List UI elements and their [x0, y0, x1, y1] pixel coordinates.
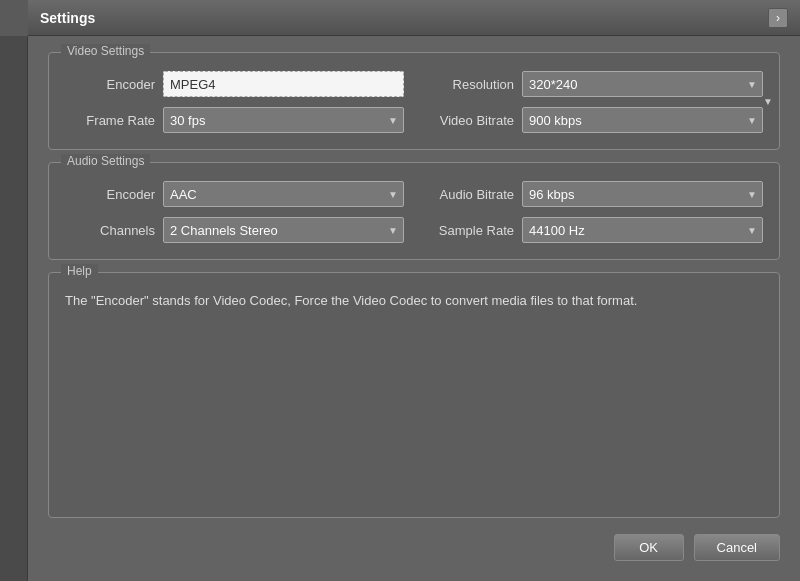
video-bitrate-select[interactable]: 500 kbps 700 kbps 900 kbps 1500 kbps	[522, 107, 763, 133]
title-bar: Settings ›	[28, 0, 800, 36]
frame-rate-select[interactable]: 15 fps 24 fps 30 fps 60 fps	[163, 107, 404, 133]
audio-settings-section: Audio Settings Encoder AAC MP3 OGG ▼ Aud…	[48, 162, 780, 260]
dialog-title: Settings	[40, 10, 95, 26]
dialog-body: Video Settings Encoder ▼ Resolution 320*…	[28, 36, 800, 581]
left-sidebar	[0, 36, 28, 581]
audio-settings-legend: Audio Settings	[61, 154, 150, 168]
encoder-dropdown-arrow: ▼	[763, 96, 773, 107]
resolution-select-wrapper: 320*240 640*480 1280*720 1920*1080 ▼	[522, 71, 763, 97]
audio-encoder-select[interactable]: AAC MP3 OGG	[163, 181, 404, 207]
resolution-label: Resolution	[424, 77, 514, 92]
channels-row: Channels 1 Channel Mono 2 Channels Stere…	[65, 217, 404, 243]
audio-encoder-select-wrapper: AAC MP3 OGG ▼	[163, 181, 404, 207]
button-row: OK Cancel	[48, 534, 780, 565]
audio-encoder-label: Encoder	[65, 187, 155, 202]
video-bitrate-label: Video Bitrate	[424, 113, 514, 128]
sample-rate-label: Sample Rate	[424, 223, 514, 238]
encoder-input[interactable]	[163, 71, 404, 97]
video-settings-legend: Video Settings	[61, 44, 150, 58]
help-text: The "Encoder" stands for Video Codec, Fo…	[65, 291, 763, 311]
video-bitrate-row: Video Bitrate 500 kbps 700 kbps 900 kbps…	[424, 107, 763, 133]
video-bitrate-select-wrapper: 500 kbps 700 kbps 900 kbps 1500 kbps ▼	[522, 107, 763, 133]
audio-encoder-row: Encoder AAC MP3 OGG ▼	[65, 181, 404, 207]
cancel-button[interactable]: Cancel	[694, 534, 780, 561]
frame-rate-row: Frame Rate 15 fps 24 fps 30 fps 60 fps ▼	[65, 107, 404, 133]
sample-rate-select-wrapper: 22050 Hz 44100 Hz 48000 Hz ▼	[522, 217, 763, 243]
frame-rate-label: Frame Rate	[65, 113, 155, 128]
encoder-row: Encoder ▼	[65, 71, 404, 97]
audio-bitrate-row: Audio Bitrate 64 kbps 96 kbps 128 kbps 1…	[424, 181, 763, 207]
audio-bitrate-select-wrapper: 64 kbps 96 kbps 128 kbps 192 kbps ▼	[522, 181, 763, 207]
frame-rate-select-wrapper: 15 fps 24 fps 30 fps 60 fps ▼	[163, 107, 404, 133]
ok-button[interactable]: OK	[614, 534, 684, 561]
help-section: Help The "Encoder" stands for Video Code…	[48, 272, 780, 518]
encoder-label: Encoder	[65, 77, 155, 92]
resolution-select[interactable]: 320*240 640*480 1280*720 1920*1080	[522, 71, 763, 97]
audio-bitrate-select[interactable]: 64 kbps 96 kbps 128 kbps 192 kbps	[522, 181, 763, 207]
help-legend: Help	[61, 264, 98, 278]
sample-rate-row: Sample Rate 22050 Hz 44100 Hz 48000 Hz ▼	[424, 217, 763, 243]
close-icon: ›	[776, 11, 780, 25]
audio-bitrate-label: Audio Bitrate	[424, 187, 514, 202]
video-settings-section: Video Settings Encoder ▼ Resolution 320*…	[48, 52, 780, 150]
resolution-row: Resolution 320*240 640*480 1280*720 1920…	[424, 71, 763, 97]
sample-rate-select[interactable]: 22050 Hz 44100 Hz 48000 Hz	[522, 217, 763, 243]
close-button[interactable]: ›	[768, 8, 788, 28]
channels-select-wrapper: 1 Channel Mono 2 Channels Stereo ▼	[163, 217, 404, 243]
channels-label: Channels	[65, 223, 155, 238]
channels-select[interactable]: 1 Channel Mono 2 Channels Stereo	[163, 217, 404, 243]
